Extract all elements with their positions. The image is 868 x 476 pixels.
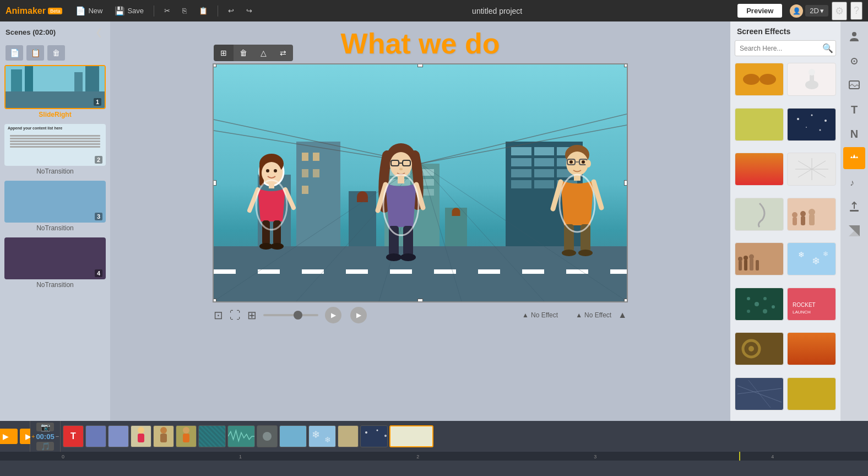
scene-number-1: 1 [94,98,101,106]
effects-search-input[interactable] [740,45,822,52]
effect-thumb-10[interactable]: ❄ ❄ ❄ [787,242,836,275]
handle-tc[interactable] [417,64,423,67]
track-thumb-2[interactable] [85,425,106,447]
svg-text:❄: ❄ [798,250,805,259]
effect-thumb-3[interactable] [735,108,784,141]
title-icon-button[interactable]: N [843,123,865,145]
delete-element-button[interactable]: 🗑 [234,45,253,61]
effect-thumb-12[interactable]: ROCKETLAUNCH [787,288,836,321]
camera-button[interactable]: 📷 [36,423,54,431]
transition-icon-button[interactable] [843,220,865,242]
fullscreen-button[interactable]: ⛶ [230,309,241,322]
zoom-thumb[interactable] [294,311,302,320]
effect-thumb-8[interactable] [787,198,836,231]
help-button[interactable]: ? [850,2,862,20]
effect-thumb-14[interactable] [787,332,836,365]
effect-select-1[interactable]: ▲ No Effect [522,311,558,319]
effect-thumb-16[interactable] [787,377,836,410]
more-effects-button[interactable]: ▲ [618,310,627,320]
effect-thumb-6[interactable] [787,153,836,186]
svg-text:❄: ❄ [812,256,820,267]
play-button-2[interactable]: ▶ [350,307,367,323]
redo-button[interactable]: ↪ [242,4,257,17]
text-icon-button[interactable]: T [843,99,865,121]
track-thumb-tornado[interactable] [338,425,359,447]
effect-thumb-9[interactable] [735,242,784,275]
track-thumb-char3[interactable] [176,425,197,447]
svg-text:ROCKET: ROCKET [793,302,816,308]
track-thumb-audio[interactable] [227,425,255,447]
handle-tr[interactable] [624,64,627,67]
flip-button[interactable]: ⇄ [273,45,293,61]
effect-thumb-7[interactable] [735,198,784,231]
handle-bc[interactable] [417,299,423,301]
effect-thumb-2[interactable] [787,63,836,96]
paste-button[interactable]: 📋 [194,4,212,17]
images-icon-button[interactable] [843,74,865,96]
handle-tl[interactable] [214,64,216,67]
zoom-track[interactable] [263,314,318,316]
delete-scene-button[interactable]: 🗑 [47,45,65,61]
track-thumb-text[interactable]: T [63,425,84,447]
track-thumb-night[interactable] [360,425,388,447]
arrange-button[interactable]: △ [253,45,273,61]
svg-point-63 [819,129,821,131]
scene-thumbnail-4[interactable]: 4 [4,237,106,279]
undo-button[interactable]: ↩ [224,4,238,17]
scene-thumbnail-2[interactable]: Append your content list here 2 [4,124,106,166]
music-icon-button[interactable]: ♪ [843,171,865,193]
play-button-1[interactable]: ▶ [325,307,341,323]
text-icon: T [851,104,858,116]
new-button[interactable]: 📄 New [71,4,107,18]
track-thumb-11[interactable]: ❄❄ [308,425,336,447]
grid-toggle-button[interactable]: ⊞ [247,309,257,322]
characters-icon-button[interactable] [843,26,865,48]
effect-thumb-1[interactable] [735,63,784,96]
character-center[interactable] [373,136,428,263]
copy-button[interactable]: ⎘ [178,4,191,17]
save-icon: 💾 [115,6,125,16]
track-thumb-empty[interactable] [389,425,433,447]
props-icon-button[interactable] [843,50,865,72]
effect-thumb-11[interactable] [735,288,784,321]
handle-bl[interactable] [214,299,216,301]
track-thumb-scene[interactable] [257,425,278,447]
handle-ml[interactable] [214,180,216,186]
cut-button[interactable]: ✂ [160,4,175,17]
track-thumb-10[interactable] [279,425,307,447]
scene-thumbnail-1[interactable]: 1 [4,65,106,109]
canvas-toolbar: ⊞ 🗑 △ ⇄ [214,45,293,61]
track-thumb-bg1[interactable] [198,425,226,447]
track-thumb-3[interactable] [108,425,129,447]
handle-br[interactable] [624,299,627,301]
settings-button[interactable]: ⚙ [832,2,847,20]
fit-screen-button[interactable]: ⊡ [214,309,223,322]
grid-button[interactable]: ⊞ [214,45,234,61]
effect-thumb-13[interactable] [735,332,784,365]
character-right[interactable] [550,137,605,258]
mic-button[interactable]: 🎵 [36,442,54,451]
effect-thumb-4[interactable] [787,108,836,141]
timeline-play-button[interactable]: ▶ [0,429,18,444]
effect-thumb-15[interactable] [735,377,784,410]
upload-icon-button[interactable] [843,196,865,218]
collapse-panel-button[interactable]: ❮ [93,26,105,39]
track-thumb-char1[interactable] [131,425,151,447]
svg-rect-16 [269,182,274,188]
effects-search-box[interactable]: 🔍 [735,40,836,56]
effects-icon-button[interactable] [843,147,865,169]
effect-thumb-5[interactable] [735,153,784,186]
svg-rect-78 [750,258,753,271]
canvas-frame[interactable] [214,64,627,301]
effect-select-2[interactable]: ▲ No Effect [576,311,611,319]
mode-select[interactable]: 2D ▾ [805,5,828,17]
track-thumb-char2[interactable] [153,425,174,447]
add-scene-button[interactable]: 📄 [6,45,23,61]
scene-thumbnail-3[interactable]: 3 [4,181,106,223]
save-button[interactable]: 💾 Save [110,4,148,18]
svg-rect-76 [744,259,747,271]
duplicate-scene-button[interactable]: 📋 [26,45,44,61]
handle-mr[interactable] [624,180,627,186]
character-left[interactable] [247,144,296,255]
preview-button[interactable]: Preview [737,4,782,18]
